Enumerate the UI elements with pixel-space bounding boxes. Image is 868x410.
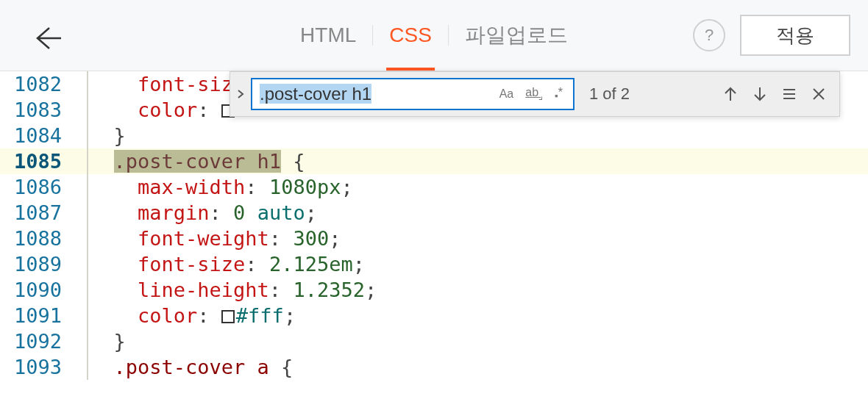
gutter — [68, 354, 88, 380]
code-line[interactable]: 1091 color: #fff; — [0, 303, 868, 328]
gutter — [68, 328, 88, 354]
code-line[interactable]: 1092 } — [0, 328, 868, 354]
match-case-toggle[interactable]: Aa — [497, 86, 517, 102]
gutter — [68, 71, 88, 97]
regex-toggle[interactable]: ▪* — [552, 84, 566, 103]
find-input-container: .post-cover h1 Aa ab⌟ ▪* — [251, 78, 574, 110]
header-bar: HTML CSS 파일업로드 ? 적용 — [0, 0, 868, 71]
apply-button[interactable]: 적용 — [740, 15, 850, 56]
editor-tabs: HTML CSS 파일업로드 — [284, 25, 584, 46]
header-actions: ? 적용 — [693, 15, 850, 56]
line-number: 1086 — [0, 174, 68, 200]
help-button[interactable]: ? — [693, 19, 725, 51]
find-selection-button[interactable] — [780, 85, 798, 103]
gutter — [68, 97, 88, 123]
code-line[interactable]: 1086 max-width: 1080px; — [0, 174, 868, 200]
gutter — [68, 200, 88, 226]
back-button[interactable] — [33, 24, 63, 53]
line-number: 1093 — [0, 354, 68, 380]
code-content[interactable]: .post-cover a { — [90, 354, 868, 380]
code-editor[interactable]: 1082 font-size: 1083 color: #f1084 }1085… — [0, 71, 868, 380]
line-number: 1092 — [0, 328, 68, 354]
line-number: 1085 — [0, 148, 68, 174]
line-number: 1089 — [0, 251, 68, 277]
line-number: 1084 — [0, 123, 68, 148]
line-number: 1091 — [0, 303, 68, 328]
gutter — [68, 148, 88, 174]
code-content[interactable]: font-size: 2.125em; — [90, 251, 868, 277]
code-line[interactable]: 1084 } — [0, 123, 868, 148]
code-line[interactable]: 1089 font-size: 2.125em; — [0, 251, 868, 277]
gutter — [68, 277, 88, 303]
find-prev-button[interactable] — [722, 85, 739, 103]
find-options: Aa ab⌟ ▪* — [497, 84, 573, 103]
gutter — [68, 226, 88, 251]
code-content[interactable]: color: #fff; — [90, 303, 868, 328]
code-content[interactable]: .post-cover h1 { — [90, 148, 868, 174]
tab-html[interactable]: HTML — [284, 25, 372, 46]
gutter — [68, 303, 88, 328]
gutter — [68, 251, 88, 277]
line-number: 1088 — [0, 226, 68, 251]
tab-file-upload[interactable]: 파일업로드 — [449, 25, 584, 46]
line-number: 1087 — [0, 200, 68, 226]
whole-word-toggle[interactable]: ab⌟ — [522, 84, 546, 103]
code-content[interactable]: } — [90, 328, 868, 354]
color-swatch[interactable] — [221, 310, 235, 323]
line-number: 1082 — [0, 71, 68, 97]
gutter — [68, 174, 88, 200]
code-content[interactable]: line-height: 1.2352; — [90, 277, 868, 303]
find-replace-toggle[interactable] — [230, 72, 251, 116]
editor-area: 1082 font-size: 1083 color: #f1084 }1085… — [0, 71, 868, 410]
code-line[interactable]: 1087 margin: 0 auto; — [0, 200, 868, 226]
gutter — [68, 123, 88, 148]
line-number: 1090 — [0, 277, 68, 303]
find-widget: .post-cover h1 Aa ab⌟ ▪* 1 of 2 — [230, 71, 840, 117]
find-close-button[interactable] — [810, 85, 828, 103]
tab-css[interactable]: CSS — [373, 25, 448, 46]
find-actions — [722, 85, 839, 103]
find-next-button[interactable] — [751, 85, 769, 103]
code-content[interactable]: max-width: 1080px; — [90, 174, 868, 200]
line-number: 1083 — [0, 97, 68, 123]
code-line[interactable]: 1090 line-height: 1.2352; — [0, 277, 868, 303]
code-content[interactable]: margin: 0 auto; — [90, 200, 868, 226]
code-content[interactable]: } — [90, 123, 868, 148]
find-input[interactable]: .post-cover h1 — [252, 84, 497, 104]
code-line[interactable]: 1085 .post-cover h1 { — [0, 148, 868, 174]
code-line[interactable]: 1093 .post-cover a { — [0, 354, 868, 380]
find-result-count: 1 of 2 — [580, 84, 638, 104]
code-line[interactable]: 1088 font-weight: 300; — [0, 226, 868, 251]
code-content[interactable]: font-weight: 300; — [90, 226, 868, 251]
